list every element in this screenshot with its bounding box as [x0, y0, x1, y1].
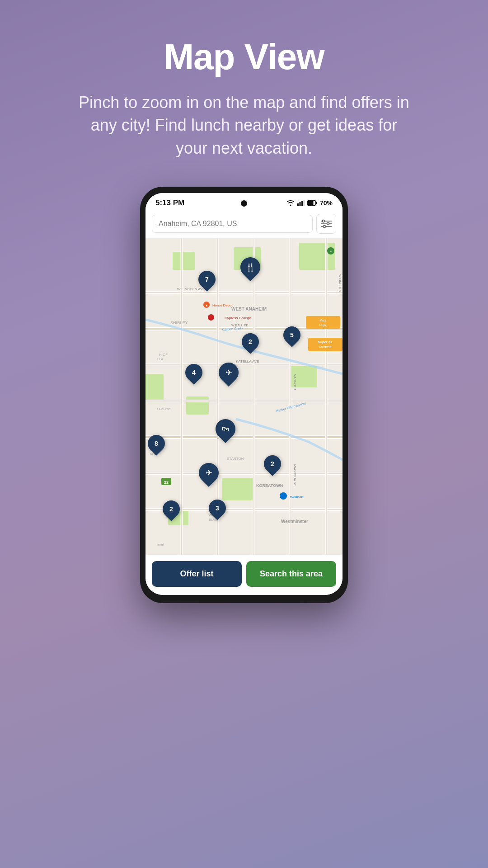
svg-text:W LINCOLN...: W LINCOLN... [338, 274, 342, 295]
page-title: Map View [164, 36, 324, 78]
svg-text:MAGNOLIA ST: MAGNOLIA ST [293, 464, 296, 486]
page-subtitle: Pinch to zoom in on the map and find off… [59, 91, 429, 160]
filter-button[interactable] [316, 214, 336, 234]
map-pin-5[interactable]: 5 [283, 326, 300, 344]
svg-text:H OF: H OF [159, 353, 168, 357]
svg-text:SHIRLEY: SHIRLEY [170, 321, 188, 325]
svg-point-69 [280, 492, 287, 500]
status-icons: 70% [286, 199, 333, 207]
search-bar-wrap [145, 211, 343, 238]
svg-text:Super Ki.: Super Ki. [318, 340, 333, 344]
map-pin-food[interactable]: 🍴 [240, 257, 260, 277]
pin-label-5: 5 [290, 331, 294, 339]
svg-rect-2 [301, 201, 303, 206]
svg-text:Home Depot: Home Depot [212, 303, 233, 307]
pin-food-icon: 🍴 [245, 262, 255, 272]
map-area[interactable]: W LINCOLN AVE W BALL RD KATELLA AVE WEST… [145, 238, 343, 555]
svg-rect-23 [222, 478, 254, 500]
map-pin-2c[interactable]: 2 [163, 500, 180, 518]
svg-text:Mag.: Mag. [319, 319, 327, 322]
phone-screen: 5:13 PM [145, 193, 343, 595]
svg-text:MAGNOLIA: MAGNOLIA [293, 374, 296, 391]
pin-label-3: 3 [216, 505, 219, 512]
svg-text:STANTON: STANTON [227, 457, 244, 461]
filter-icon [321, 219, 332, 228]
battery-label: 70% [320, 199, 333, 207]
map-pin-plane1[interactable]: ✈ [219, 363, 239, 382]
map-pin-plane2[interactable]: ✈ [199, 463, 219, 483]
pin-label-2b: 2 [271, 460, 274, 467]
search-input[interactable] [152, 215, 313, 233]
bottom-buttons: Offer list Search this area [145, 555, 343, 595]
svg-text:22: 22 [164, 480, 169, 485]
svg-text:Markets: Markets [319, 345, 332, 349]
map-pin-2a[interactable]: 2 [242, 333, 259, 350]
pin-label-8: 8 [155, 440, 158, 447]
svg-text:+: + [330, 250, 332, 254]
svg-rect-5 [308, 201, 313, 205]
map-pin-8[interactable]: 8 [148, 435, 165, 452]
svg-rect-6 [316, 202, 317, 204]
status-bar: 5:13 PM [145, 193, 343, 211]
pin-plane2-icon: ✈ [206, 468, 212, 478]
svg-text:f Course: f Course [157, 407, 171, 411]
map-pin-bag[interactable]: 🛍 [216, 419, 235, 439]
svg-text:KOREATOWN: KOREATOWN [256, 483, 283, 488]
svg-text:LLA: LLA [157, 357, 164, 361]
pin-label-2c: 2 [169, 505, 173, 513]
svg-point-66 [208, 314, 214, 321]
map-pin-2b[interactable]: 2 [264, 455, 281, 472]
map-pin-7[interactable]: 7 [198, 271, 216, 288]
svg-rect-20 [145, 374, 164, 401]
svg-text:Walmart: Walmart [290, 495, 304, 499]
svg-text:nnel: nnel [157, 542, 164, 547]
pin-bag-icon: 🛍 [222, 425, 229, 433]
wifi-icon [286, 200, 295, 206]
svg-point-13 [324, 226, 326, 228]
phone-frame: 5:13 PM [140, 187, 348, 603]
battery-icon [307, 200, 317, 206]
pin-label-7: 7 [205, 276, 209, 283]
signal-icon [297, 200, 305, 206]
offer-list-button[interactable]: Offer list [152, 561, 242, 587]
status-time: 5:13 PM [155, 198, 184, 208]
svg-rect-21 [186, 396, 209, 415]
map-pin-4[interactable]: 4 [185, 364, 202, 381]
search-area-button[interactable]: Search this area [246, 561, 336, 587]
svg-text:High.: High. [319, 324, 327, 327]
svg-text:Cypress College: Cypress College [225, 316, 251, 320]
svg-rect-0 [297, 203, 299, 206]
svg-rect-19 [299, 243, 335, 270]
svg-rect-3 [303, 200, 305, 206]
svg-text:Westminster: Westminster [281, 519, 308, 524]
pin-plane1-icon: ✈ [225, 368, 232, 377]
pin-label-2a: 2 [249, 338, 252, 345]
svg-point-7 [323, 220, 325, 222]
svg-rect-17 [173, 252, 195, 270]
camera-notch [241, 200, 247, 207]
pin-label-4: 4 [192, 369, 196, 376]
svg-point-10 [327, 223, 329, 225]
svg-text:●: ● [206, 304, 207, 307]
map-pin-3[interactable]: 3 [209, 500, 226, 517]
svg-text:WEST ANAHEIM: WEST ANAHEIM [231, 307, 267, 311]
svg-rect-1 [299, 202, 300, 206]
svg-text:KATELLA AVE: KATELLA AVE [236, 359, 259, 363]
